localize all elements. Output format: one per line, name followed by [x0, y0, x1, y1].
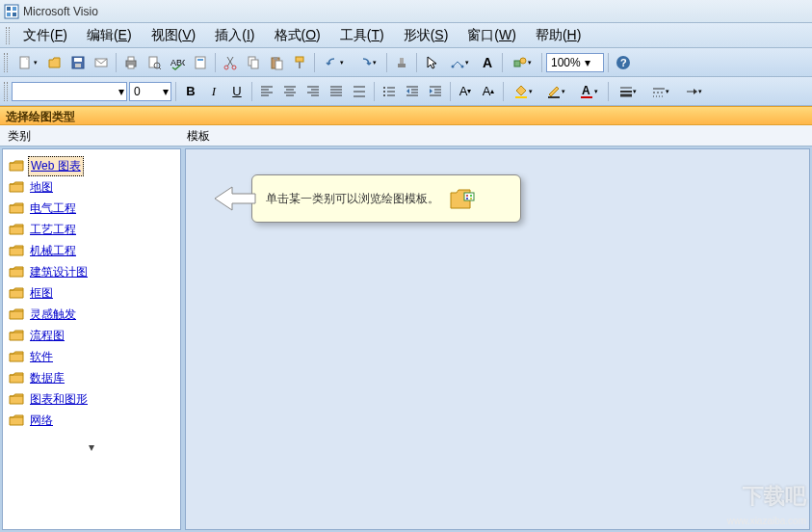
folder-icon: [9, 159, 24, 173]
open-button[interactable]: [44, 52, 65, 73]
zoom-combo[interactable]: 100%▾: [546, 53, 604, 72]
paste-button[interactable]: [266, 52, 287, 73]
category-label: 图表和图形: [28, 390, 90, 409]
category-item[interactable]: 工艺工程: [7, 219, 176, 240]
folder-icon: [9, 329, 24, 342]
redo-button[interactable]: ▾: [352, 52, 382, 73]
column-headers: 类别 模板: [0, 125, 812, 146]
font-color-button[interactable]: A▾: [573, 81, 604, 102]
menu-shapes[interactable]: 形状(S): [394, 25, 458, 46]
category-item[interactable]: 电气工程: [7, 198, 176, 219]
distribute-button[interactable]: [349, 81, 370, 102]
increase-font-button[interactable]: A▴: [478, 81, 499, 102]
line-pattern-button[interactable]: ▾: [645, 81, 676, 102]
watermark-url: www.xiazaiba.com: [727, 516, 806, 526]
svg-text:ABC: ABC: [170, 58, 185, 67]
decrease-indent-button[interactable]: [402, 81, 423, 102]
category-label: Web 图表: [28, 156, 84, 176]
copy-button[interactable]: [243, 52, 264, 73]
watermark-text: 下载吧: [743, 482, 806, 511]
category-label: 地图: [28, 178, 55, 197]
pointer-button[interactable]: [421, 52, 442, 73]
drawing-type-banner: 选择绘图类型: [0, 106, 812, 125]
underline-button[interactable]: U: [226, 81, 248, 102]
category-item[interactable]: 流程图: [7, 325, 176, 346]
category-item[interactable]: 图表和图形: [7, 388, 176, 410]
mail-button[interactable]: [91, 52, 112, 73]
more-items-icon[interactable]: ▾: [3, 437, 180, 458]
category-item[interactable]: 网络: [7, 410, 176, 431]
format-painter-button[interactable]: [289, 52, 310, 73]
help-button[interactable]: ?: [613, 52, 634, 73]
category-item[interactable]: 建筑设计图: [7, 261, 176, 282]
menu-tools[interactable]: 工具(T): [330, 25, 394, 46]
categories-panel: Web 图表地图电气工程工艺工程机械工程建筑设计图框图灵感触发流程图软件数据库图…: [2, 148, 181, 530]
folder-icon: [9, 201, 24, 215]
new-button[interactable]: ▾: [12, 52, 42, 73]
menu-help[interactable]: 帮助(H): [526, 25, 590, 46]
toolbar-handle[interactable]: [4, 53, 8, 72]
folder-templates-icon: [449, 185, 476, 212]
increase-indent-button[interactable]: [425, 81, 446, 102]
fill-color-button[interactable]: ▾: [508, 81, 538, 102]
menu-insert[interactable]: 插入(I): [205, 25, 264, 46]
print-preview-button[interactable]: [144, 52, 165, 73]
hint-text: 单击某一类别可以浏览绘图模板。: [266, 191, 439, 207]
category-label: 灵感触发: [28, 306, 78, 324]
category-item[interactable]: 数据库: [7, 367, 176, 388]
text-tool-button[interactable]: A: [477, 52, 498, 73]
justify-button[interactable]: [326, 81, 347, 102]
category-item[interactable]: 地图: [7, 176, 176, 198]
categories-header: 类别: [0, 125, 179, 146]
category-item[interactable]: 灵感触发: [7, 304, 176, 325]
folder-icon: [9, 180, 24, 194]
line-ends-button[interactable]: ▾: [678, 81, 709, 102]
svg-rect-11: [128, 57, 134, 61]
menu-file[interactable]: 文件(F): [13, 25, 77, 46]
toolbar-handle[interactable]: [4, 82, 8, 101]
svg-rect-82: [466, 195, 468, 197]
line-color-button[interactable]: ▾: [540, 81, 571, 102]
category-item[interactable]: Web 图表: [7, 155, 176, 176]
italic-button[interactable]: I: [203, 81, 224, 102]
save-button[interactable]: [67, 52, 89, 73]
connector-button[interactable]: ▾: [444, 52, 475, 73]
bullets-button[interactable]: [379, 81, 400, 102]
bold-button[interactable]: B: [180, 81, 201, 102]
category-label: 数据库: [28, 369, 66, 387]
line-weight-button[interactable]: ▾: [613, 81, 643, 102]
stamp-button[interactable]: [391, 52, 412, 73]
svg-point-60: [383, 94, 385, 96]
templates-panel: 单击某一类别可以浏览绘图模板。: [185, 148, 810, 530]
undo-button[interactable]: ▾: [319, 52, 350, 73]
menu-view[interactable]: 视图(V): [142, 25, 206, 46]
svg-point-58: [383, 91, 385, 93]
svg-rect-25: [275, 61, 282, 69]
shapes-button[interactable]: ▾: [507, 52, 537, 73]
decrease-font-button[interactable]: A▾: [455, 81, 476, 102]
font-combo[interactable]: ▾: [12, 82, 127, 101]
svg-rect-3: [7, 13, 11, 16]
svg-rect-7: [74, 58, 82, 62]
svg-rect-84: [466, 198, 468, 200]
arrow-left-icon: [215, 184, 257, 213]
category-label: 框图: [28, 284, 55, 303]
menu-edit[interactable]: 编辑(E): [77, 25, 142, 46]
print-button[interactable]: [120, 52, 142, 73]
toolbar-handle[interactable]: [6, 27, 10, 44]
spelling-button[interactable]: ABC: [167, 52, 188, 73]
folder-icon: [9, 371, 24, 385]
menu-window[interactable]: 窗口(W): [458, 25, 526, 46]
category-label: 电气工程: [28, 200, 78, 218]
align-left-button[interactable]: [256, 81, 277, 102]
research-button[interactable]: [190, 52, 211, 73]
cut-button[interactable]: [220, 52, 241, 73]
category-item[interactable]: 机械工程: [7, 240, 176, 261]
menu-format[interactable]: 格式(O): [265, 25, 330, 46]
category-item[interactable]: 框图: [7, 282, 176, 304]
svg-text:?: ?: [620, 57, 627, 68]
fontsize-combo[interactable]: 0▾: [129, 82, 171, 101]
align-center-button[interactable]: [279, 81, 301, 102]
align-right-button[interactable]: [302, 81, 324, 102]
category-item[interactable]: 软件: [7, 346, 176, 367]
